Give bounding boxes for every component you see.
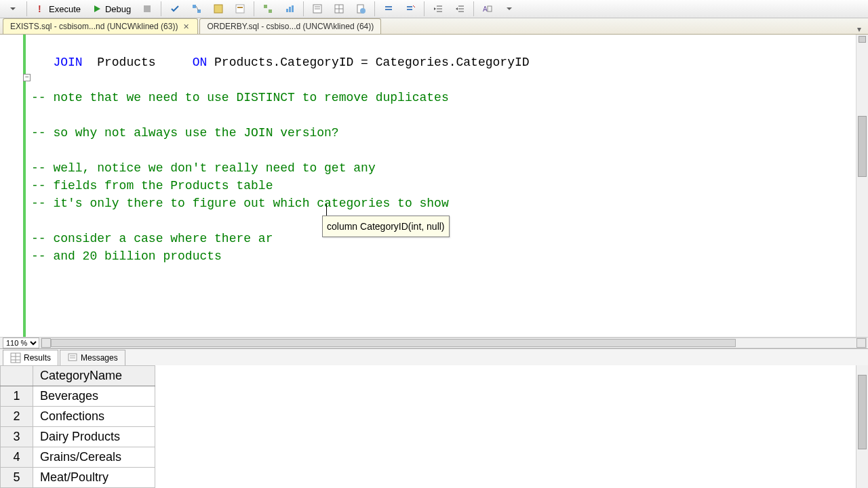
uncomment-button[interactable] xyxy=(400,0,420,18)
tab-label: Messages xyxy=(81,353,118,363)
code-comment: -- so why not always use the JOIN versio… xyxy=(31,126,339,140)
svg-rect-4 xyxy=(193,5,196,8)
svg-marker-38 xyxy=(507,7,512,10)
cell-categoryname[interactable]: Beverages xyxy=(33,386,155,407)
row-number[interactable]: 1 xyxy=(1,386,33,407)
code-content[interactable]: JOIN Products ON Products.CategoryID = C… xyxy=(26,35,856,337)
plan-icon xyxy=(191,3,202,14)
query-options-button[interactable] xyxy=(208,0,229,18)
code-text: Products.CategoryID = Categories.Categor… xyxy=(214,56,529,69)
dropdown-button[interactable] xyxy=(3,0,23,18)
close-icon[interactable]: ✕ xyxy=(182,22,191,31)
svg-marker-31 xyxy=(434,7,436,10)
scrollbar-thumb[interactable] xyxy=(858,116,867,177)
intellisense-button[interactable] xyxy=(230,0,250,18)
cell-categoryname[interactable]: Grains/Cereals xyxy=(33,447,155,468)
include-actual-plan-button[interactable] xyxy=(258,0,278,18)
row-number[interactable]: 3 xyxy=(1,427,33,447)
results-to-grid-button[interactable] xyxy=(329,0,349,18)
scrollbar-thumb[interactable] xyxy=(51,339,736,347)
options-icon xyxy=(213,3,224,14)
svg-rect-11 xyxy=(269,9,272,13)
row-header-corner[interactable] xyxy=(1,366,33,386)
results-grid[interactable]: CategoryName 1 Beverages 2 Confections 3… xyxy=(0,365,155,488)
include-stats-button[interactable] xyxy=(279,0,300,18)
zoom-select[interactable]: 110 % xyxy=(3,338,39,348)
template-params-icon: A xyxy=(482,3,493,14)
tab-label: ORDERBY.sql - csbiso...d (UNCW\klined (6… xyxy=(207,22,374,31)
table-row[interactable]: 2 Confections xyxy=(1,407,155,427)
estimated-plan-button[interactable] xyxy=(186,0,207,18)
scroll-left-button[interactable] xyxy=(41,338,51,348)
svg-rect-10 xyxy=(264,5,267,8)
table-row[interactable]: 1 Beverages xyxy=(1,386,155,407)
toolbar-overflow-button[interactable] xyxy=(499,0,519,18)
check-icon xyxy=(170,3,180,14)
svg-text:!: ! xyxy=(38,3,41,14)
code-keyword: ON xyxy=(193,56,214,69)
code-comment: -- fields from the Products table xyxy=(31,179,273,192)
scroll-right-button[interactable] xyxy=(856,338,866,348)
svg-marker-35 xyxy=(456,7,458,10)
specify-values-button[interactable]: A xyxy=(477,0,498,18)
svg-rect-37 xyxy=(488,6,492,12)
row-number[interactable]: 5 xyxy=(1,468,33,488)
svg-rect-3 xyxy=(144,5,151,12)
execute-button[interactable]: ! Execute xyxy=(31,0,85,18)
tab-results[interactable]: Results xyxy=(3,350,58,365)
results-pane: Results Messages CategoryName 1 Beverage… xyxy=(0,348,868,488)
sql-editor[interactable]: − JOIN Products ON Products.CategoryID =… xyxy=(0,35,868,337)
table-row[interactable]: 5 Meat/Poultry xyxy=(1,468,155,488)
results-tabstrip: Results Messages xyxy=(0,349,868,365)
cell-categoryname[interactable]: Dairy Products xyxy=(33,427,155,447)
decrease-indent-button[interactable] xyxy=(428,0,448,18)
tab-messages[interactable]: Messages xyxy=(60,350,125,365)
table-row[interactable]: 4 Grains/Cereals xyxy=(1,447,155,468)
results-to-text-button[interactable] xyxy=(307,0,328,18)
scroll-split-icon[interactable] xyxy=(859,36,866,43)
dropdown-icon xyxy=(7,3,18,14)
editor-horizontal-scrollbar[interactable] xyxy=(41,338,867,348)
svg-text:A: A xyxy=(483,5,488,13)
code-comment: -- it's only there to figure out which c… xyxy=(31,197,449,210)
editor-vertical-scrollbar[interactable] xyxy=(856,35,868,337)
results-vertical-scrollbar[interactable] xyxy=(856,365,868,488)
svg-rect-43 xyxy=(68,354,77,361)
table-row[interactable]: 3 Dairy Products xyxy=(1,427,155,447)
stop-button[interactable] xyxy=(137,0,157,18)
code-comment: -- consider a case where there ar xyxy=(31,232,273,245)
row-number[interactable]: 4 xyxy=(1,447,33,468)
tab-exists-sql[interactable]: EXISTS.sql - csbisom...nd (UNCW\klined (… xyxy=(3,18,198,34)
svg-point-22 xyxy=(360,8,366,14)
svg-rect-9 xyxy=(237,7,243,8)
debug-button[interactable]: Debug xyxy=(87,0,136,18)
editor-footer: 110 % xyxy=(0,337,868,348)
toolbar: ! Execute Debug xyxy=(0,0,868,18)
tab-orderby-sql[interactable]: ORDERBY.sql - csbiso...d (UNCW\klined (6… xyxy=(199,18,381,34)
comment-button[interactable] xyxy=(378,0,399,18)
file-results-icon xyxy=(355,3,366,14)
execute-icon: ! xyxy=(35,3,46,14)
cell-categoryname[interactable]: Meat/Poultry xyxy=(33,468,155,488)
outdent-icon xyxy=(433,3,443,14)
row-number[interactable]: 2 xyxy=(1,407,33,427)
svg-rect-12 xyxy=(286,9,288,12)
grid-header-row: CategoryName xyxy=(1,366,155,386)
tab-label: Results xyxy=(24,353,51,363)
tab-list-dropdown[interactable]: ▾ xyxy=(853,24,865,34)
increase-indent-button[interactable] xyxy=(450,0,470,18)
svg-rect-14 xyxy=(292,5,294,12)
intellisense-icon xyxy=(235,3,245,14)
execute-label: Execute xyxy=(49,4,81,14)
chevron-down-icon xyxy=(504,3,515,14)
text-results-icon xyxy=(312,3,323,14)
cell-categoryname[interactable]: Confections xyxy=(33,407,155,427)
code-text: Products xyxy=(97,56,192,69)
parse-button[interactable] xyxy=(165,0,185,18)
column-header-categoryname[interactable]: CategoryName xyxy=(33,366,155,386)
results-to-file-button[interactable] xyxy=(351,0,371,18)
comment-icon xyxy=(383,3,394,14)
scrollbar-thumb[interactable] xyxy=(858,375,867,449)
svg-line-27 xyxy=(413,5,415,7)
play-icon xyxy=(92,3,102,14)
